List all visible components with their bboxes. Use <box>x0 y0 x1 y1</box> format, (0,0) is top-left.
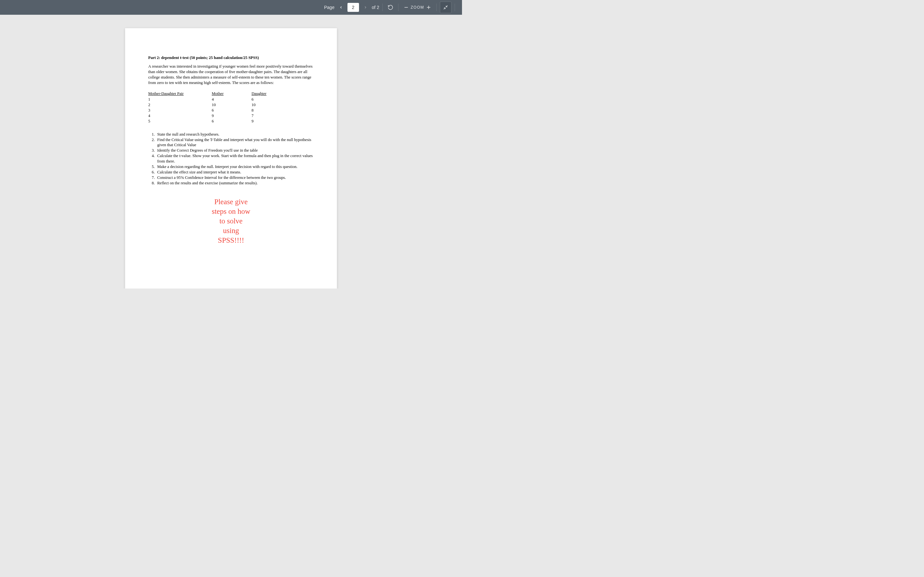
question-list: 1.State the null and research hypotheses… <box>148 132 314 186</box>
rotate-icon <box>388 5 393 10</box>
callout-line: Please give <box>148 197 314 207</box>
question-number: 3. <box>152 148 157 153</box>
divider <box>455 4 455 11</box>
question-item: 8.Reflect on the results and the exercis… <box>157 181 314 186</box>
table-cell: 4 <box>212 97 252 102</box>
page-nav-group: Page of 2 <box>324 3 379 12</box>
question-item: 6.Calculate the effect size and interpre… <box>157 169 314 175</box>
zoom-in-button[interactable] <box>424 3 433 12</box>
table-header: Mother-Daughter Pair <box>148 91 212 97</box>
minus-icon <box>403 5 409 10</box>
table-cell: 9 <box>212 113 252 119</box>
data-table: Mother-Daughter Pair Mother Daughter 146… <box>148 91 267 124</box>
question-number: 5. <box>152 164 157 169</box>
callout-line: using <box>148 226 314 235</box>
section-title: Part 2: dependent t-test (50 points; 25 … <box>148 55 314 61</box>
table-cell: 7 <box>252 113 267 119</box>
table-row: 146 <box>148 97 267 102</box>
callout-line: steps on how <box>148 207 314 216</box>
table-header: Mother <box>212 91 252 97</box>
page-number-input[interactable] <box>347 3 359 12</box>
prev-page-button[interactable] <box>338 4 344 11</box>
table-cell: 5 <box>148 119 212 124</box>
table-row: 21010 <box>148 102 267 108</box>
callout-line: to solve <box>148 216 314 226</box>
table-row: 497 <box>148 113 267 119</box>
question-number: 4. <box>152 153 157 159</box>
question-number: 2. <box>152 137 157 143</box>
table-row: 368 <box>148 108 267 113</box>
table-cell: 10 <box>252 102 267 108</box>
rotate-button[interactable] <box>386 3 395 12</box>
table-cell: 6 <box>212 119 252 124</box>
question-number: 6. <box>152 169 157 175</box>
pdf-toolbar: Page of 2 ZOOM <box>0 0 462 15</box>
divider <box>436 4 437 11</box>
question-item: 5.Make a decision regarding the null. In… <box>157 164 314 169</box>
intro-paragraph: A researcher was interested in investiga… <box>148 64 314 85</box>
table-cell: 10 <box>212 102 252 108</box>
chevron-left-icon <box>339 5 343 9</box>
table-row: 569 <box>148 119 267 124</box>
table-cell: 1 <box>148 97 212 102</box>
exit-fullscreen-button[interactable] <box>440 2 451 13</box>
svg-line-3 <box>446 5 447 7</box>
question-number: 8. <box>152 181 157 186</box>
plus-icon <box>426 5 431 10</box>
table-cell: 8 <box>252 108 267 113</box>
table-cell: 2 <box>148 102 212 108</box>
svg-line-4 <box>444 8 445 9</box>
question-item: 1.State the null and research hypotheses… <box>157 132 314 137</box>
question-item: 7.Construct a 95% Confidence Interval fo… <box>157 175 314 181</box>
question-item: 2.Find the Critical Value using the T-Ta… <box>157 137 314 148</box>
chevron-right-icon <box>363 5 367 9</box>
table-header: Daughter <box>252 91 267 97</box>
document-viewport[interactable]: Part 2: dependent t-test (50 points; 25 … <box>0 15 462 288</box>
document-page: Part 2: dependent t-test (50 points; 25 … <box>125 28 337 288</box>
callout-line: SPSS!!!! <box>148 235 314 245</box>
divider <box>398 4 399 11</box>
table-cell: 9 <box>252 119 267 124</box>
zoom-label: ZOOM <box>411 5 424 10</box>
zoom-out-button[interactable] <box>402 3 411 12</box>
table-cell: 6 <box>212 108 252 113</box>
collapse-icon <box>443 5 448 10</box>
table-cell: 4 <box>148 113 212 119</box>
question-item: 3.Identify the Correct Degrees of Freedo… <box>157 148 314 153</box>
page-label: Page <box>324 5 334 10</box>
annotation-callout: Please givesteps on howto solveusingSPSS… <box>148 197 314 245</box>
table-cell: 3 <box>148 108 212 113</box>
table-cell: 6 <box>252 97 267 102</box>
question-number: 1. <box>152 132 157 137</box>
question-number: 7. <box>152 175 157 181</box>
page-total-label: of 2 <box>372 5 379 10</box>
next-page-button[interactable] <box>362 4 368 11</box>
question-item: 4.Calculate the t-value. Show your work.… <box>157 153 314 164</box>
